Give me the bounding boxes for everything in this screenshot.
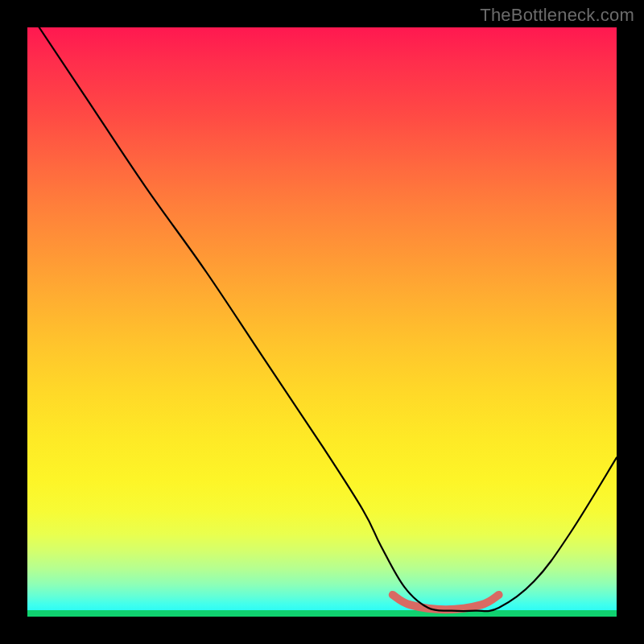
optimal-range-highlight (393, 595, 499, 609)
chart-container: TheBottleneck.com (0, 0, 644, 644)
watermark-text: TheBottleneck.com (480, 5, 634, 26)
plot-area (27, 27, 617, 617)
bottleneck-curve (39, 27, 617, 611)
curve-svg (27, 27, 617, 617)
